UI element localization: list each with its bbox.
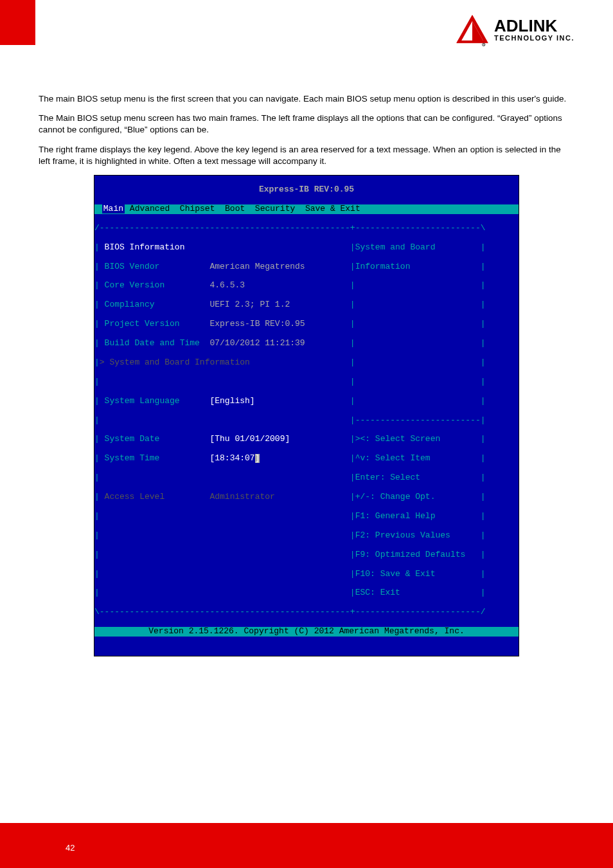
core-label: Core Version — [105, 281, 210, 291]
body-content: The main BIOS setup menu is the first sc… — [39, 93, 574, 656]
bios-title: Express-IB REV:0.95 — [94, 185, 519, 195]
header-red-block — [0, 0, 35, 45]
paragraph-2: The Main BIOS setup menu screen has two … — [39, 113, 574, 136]
logo-sub-text: TECHNOLOGY INC. — [494, 34, 574, 42]
adlink-triangle-icon: R — [454, 13, 490, 48]
svg-marker-2 — [472, 21, 483, 41]
vendor-label: BIOS Vendor — [105, 262, 210, 272]
access-label: Access Level — [105, 493, 210, 502]
help-k4: +/-: Change Opt. — [355, 493, 436, 502]
logo-main-text: ADLINK — [494, 19, 574, 33]
compliancy-label: Compliancy — [105, 300, 210, 310]
cursor: ] — [255, 454, 260, 463]
help-k9: ESC: Exit — [355, 588, 400, 597]
help-k7: F9: Optimized Defaults — [355, 550, 466, 559]
build-value: 07/10/2012 11:21:39 — [209, 339, 305, 348]
date-label: System Date — [105, 435, 210, 444]
help-k3: Enter: Select — [355, 473, 420, 482]
bios-section-header: BIOS Information — [105, 243, 185, 252]
bios-top-border: /---------------------------------------… — [94, 224, 519, 233]
help-k5: F1: General Help — [355, 512, 436, 521]
submenu-item: > System and Board Information — [100, 358, 250, 367]
adlink-logo: R ADLINK TECHNOLOGY INC. — [440, 13, 574, 48]
build-label: Build Date and Time — [105, 339, 210, 348]
help-k1: ><: Select Screen — [355, 435, 441, 444]
project-label: Project Version — [105, 320, 210, 329]
help-line-1: System and Board — [355, 243, 436, 252]
core-value: 4.6.5.3 — [209, 281, 245, 290]
bios-screenshot: Express-IB REV:0.95 Main Advanced Chipse… — [94, 175, 519, 656]
lang-label: System Language — [105, 397, 210, 406]
bios-footer: Version 2.15.1226. Copyright (C) 2012 Am… — [94, 627, 519, 637]
time-label: System Time — [105, 454, 210, 464]
page-number: 42 — [66, 843, 75, 853]
time-value: [18:34:07] — [209, 454, 260, 463]
date-value: [Thu 01/01/2009] — [209, 435, 290, 444]
help-k8: F10: Save & Exit — [355, 570, 436, 579]
paragraph-3: The right frame displays the key legend.… — [39, 144, 574, 167]
compliancy-value: UEFI 2.3; PI 1.2 — [209, 300, 290, 309]
vendor-value: American Megatrends — [209, 262, 305, 271]
paragraph-1: The main BIOS setup menu is the first sc… — [39, 93, 574, 105]
page-footer-bar — [0, 823, 613, 868]
project-value: Express-IB REV:0.95 — [209, 320, 305, 329]
bios-menu-bar: Main Advanced Chipset Boot Security Save… — [94, 204, 519, 214]
help-line-2: Information — [355, 262, 411, 271]
help-k6: F2: Previous Values — [355, 531, 450, 540]
access-value: Administrator — [209, 493, 274, 502]
lang-value: [English] — [209, 397, 254, 406]
bios-menu-main: Main — [102, 204, 125, 213]
svg-text:R: R — [483, 44, 484, 46]
bios-menu-rest: Advanced Chipset Boot Security Save & Ex… — [125, 204, 360, 213]
bios-bottom-border: \---------------------------------------… — [94, 608, 519, 617]
help-k2: ^v: Select Item — [355, 454, 431, 463]
